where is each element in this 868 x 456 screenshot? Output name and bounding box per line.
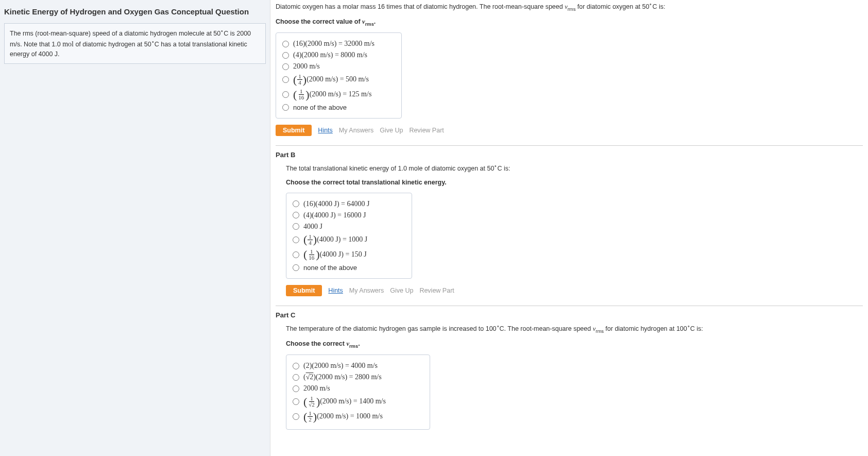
choice-a2[interactable]: (4)(2000 m/s) = 8000 m/s	[282, 49, 395, 61]
choice-label: (1√2)(2000 m/s) = 1400 m/s	[303, 396, 386, 408]
choice-a4[interactable]: (14)(2000 m/s) = 500 m/s	[282, 72, 395, 87]
radio-input[interactable]	[293, 264, 299, 271]
choice-c5[interactable]: (12)(2000 m/s) = 1000 m/s	[293, 409, 423, 424]
part-c-prompt: Choose the correct vrms.	[286, 339, 863, 350]
choice-b5[interactable]: (116)(4000 J) = 150 J	[293, 247, 405, 262]
choice-a1[interactable]: (16)(2000 m/s) = 32000 m/s	[282, 38, 395, 49]
choice-label: (12)(2000 m/s) = 1000 m/s	[303, 411, 383, 423]
divider	[276, 145, 863, 146]
radio-input[interactable]	[282, 91, 289, 98]
choice-label: (2)(2000 m/s) = 4000 m/s	[303, 362, 378, 370]
review-link[interactable]: Review Part	[409, 127, 444, 134]
radio-input[interactable]	[293, 413, 299, 420]
choice-b4[interactable]: (14)(4000 J) = 1000 J	[293, 232, 405, 247]
my-answers-link[interactable]: My Answers	[339, 127, 373, 134]
choice-label: (14)(2000 m/s) = 500 m/s	[293, 74, 369, 86]
radio-input[interactable]	[282, 41, 289, 47]
choice-label: (4)(4000 J) = 16000 J	[303, 211, 366, 219]
submit-button[interactable]: Submit	[276, 125, 312, 136]
choice-c1[interactable]: (2)(2000 m/s) = 4000 m/s	[293, 360, 423, 371]
radio-input[interactable]	[282, 52, 289, 59]
right-panel: Diatomic oxygen has a molar mass 16 time…	[270, 0, 868, 456]
choice-label: (16)(4000 J) = 64000 J	[303, 200, 369, 208]
choice-label: (116)(2000 m/s) = 125 m/s	[293, 89, 371, 100]
radio-input[interactable]	[282, 63, 289, 70]
choice-label: (16)(2000 m/s) = 32000 m/s	[293, 40, 375, 48]
hints-link[interactable]: Hints	[328, 287, 343, 294]
part-b-prompt: Choose the correct total translational k…	[286, 178, 863, 188]
part-c-intro: The temperature of the diatomic hydrogen…	[286, 323, 863, 335]
radio-input[interactable]	[293, 200, 299, 207]
choice-label: none of the above	[293, 104, 347, 111]
part-b-choices: (16)(4000 J) = 64000 J (4)(4000 J) = 160…	[286, 193, 412, 279]
choice-c3[interactable]: 2000 m/s	[293, 383, 423, 394]
radio-input[interactable]	[293, 385, 299, 392]
choice-c2[interactable]: (√2)(2000 m/s) = 2800 m/s	[293, 371, 423, 383]
part-a-choices: (16)(2000 m/s) = 32000 m/s (4)(2000 m/s)…	[276, 32, 402, 119]
choice-b3[interactable]: 4000 J	[293, 221, 405, 232]
radio-input[interactable]	[282, 76, 289, 83]
part-a-intro: Diatomic oxygen has a molar mass 16 time…	[276, 1, 863, 13]
choice-label: 4000 J	[303, 223, 322, 231]
my-answers-link[interactable]: My Answers	[349, 287, 384, 294]
choice-a5[interactable]: (116)(2000 m/s) = 125 m/s	[282, 87, 395, 102]
part-b-actions: Submit Hints My Answers Give Up Review P…	[286, 285, 863, 296]
radio-input[interactable]	[293, 237, 299, 243]
give-up-link[interactable]: Give Up	[390, 287, 413, 294]
part-c-choices: (2)(2000 m/s) = 4000 m/s (√2)(2000 m/s) …	[286, 354, 430, 430]
choice-label: (√2)(2000 m/s) = 2800 m/s	[303, 373, 382, 381]
radio-input[interactable]	[293, 363, 299, 369]
choice-a3[interactable]: 2000 m/s	[282, 61, 395, 72]
part-b-intro: The total translational kinetic energy o…	[286, 163, 863, 174]
radio-input[interactable]	[282, 104, 289, 111]
choice-label: 2000 m/s	[293, 62, 320, 71]
radio-input[interactable]	[293, 398, 299, 405]
review-link[interactable]: Review Part	[419, 287, 454, 294]
radio-input[interactable]	[293, 251, 299, 258]
hints-link[interactable]: Hints	[318, 127, 332, 134]
choice-label: (4)(2000 m/s) = 8000 m/s	[293, 51, 367, 59]
question-title: Kinetic Energy of Hydrogen and Oxygen Ga…	[4, 7, 266, 16]
submit-button[interactable]: Submit	[286, 285, 322, 296]
part-b-label: Part B	[276, 151, 863, 159]
give-up-link[interactable]: Give Up	[380, 127, 403, 134]
choice-b2[interactable]: (4)(4000 J) = 16000 J	[293, 210, 405, 221]
radio-input[interactable]	[293, 374, 299, 381]
choice-label: none of the above	[303, 264, 357, 272]
choice-a6[interactable]: none of the above	[282, 102, 395, 113]
choice-label: (116)(4000 J) = 150 J	[303, 249, 367, 261]
info-box: The rms (root-mean-square) speed of a di…	[4, 23, 266, 64]
radio-input[interactable]	[293, 212, 299, 218]
choice-label: (14)(4000 J) = 1000 J	[303, 234, 367, 246]
choice-b6[interactable]: none of the above	[293, 262, 405, 273]
left-panel: Kinetic Energy of Hydrogen and Oxygen Ga…	[0, 0, 270, 456]
part-c-label: Part C	[276, 311, 863, 319]
part-a-actions: Submit Hints My Answers Give Up Review P…	[276, 125, 863, 136]
divider	[276, 306, 863, 306]
part-a-prompt: Choose the correct value of vrms.	[276, 17, 863, 28]
choice-label: 2000 m/s	[303, 384, 330, 393]
choice-c4[interactable]: (1√2)(2000 m/s) = 1400 m/s	[293, 394, 423, 409]
radio-input[interactable]	[293, 223, 299, 230]
choice-b1[interactable]: (16)(4000 J) = 64000 J	[293, 198, 405, 210]
